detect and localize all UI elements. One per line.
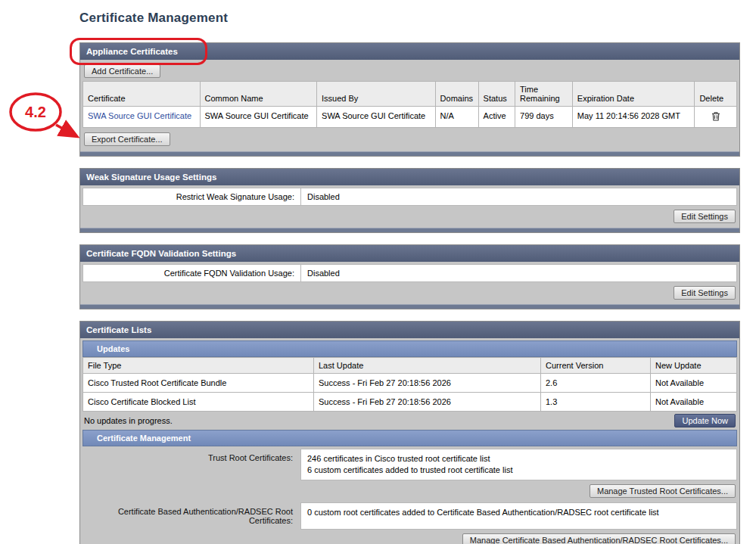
trust-root-value: 246 certificates in Cisco trusted root c… [300, 449, 737, 480]
annotation-arrow [56, 125, 76, 136]
certificate-link[interactable]: SWA Source GUI Certificate [88, 111, 191, 120]
certificate-management-page: Certificate Management Appliance Certifi… [79, 11, 740, 544]
trust-root-value-line1: 246 certificates in Cisco trusted root c… [307, 453, 730, 465]
column-header-current-version: Current Version [541, 358, 651, 374]
cell-time-remaining: 799 days [515, 107, 573, 128]
certificate-lists-header: Certificate Lists [80, 322, 739, 338]
cell-current-version: 1.3 [541, 393, 651, 412]
radsec-label: Certificate Based Authentication/RADSEC … [82, 502, 300, 530]
certificate-lists-section: Certificate Lists Updates File Type Last… [79, 321, 740, 544]
update-now-button[interactable]: Update Now [674, 414, 736, 427]
update-row: Cisco Trusted Root Certificate Bundle Su… [83, 374, 737, 393]
appliance-certificates-body: Add Certificate... Certificate Common Na… [80, 60, 739, 151]
weak-signature-setting-label: Restrict Weak Signature Usage: [83, 188, 301, 206]
edit-weak-signature-settings-button[interactable]: Edit Settings [674, 210, 736, 223]
fqdn-setting-value: Disabled [301, 265, 737, 282]
weak-signature-button-band: Edit Settings [82, 206, 737, 225]
manage-radsec-root-certificates-button[interactable]: Manage Certificate Based Authentication/… [462, 533, 736, 544]
cell-last-update: Success - Fri Feb 27 20:18:56 2026 [314, 393, 541, 412]
no-updates-status-text: No updates in progress. [84, 416, 173, 425]
cell-new-update: Not Available [651, 393, 737, 412]
weak-signature-header: Weak Signature Usage Settings [80, 169, 739, 185]
cell-file-type: Cisco Trusted Root Certificate Bundle [83, 374, 314, 393]
manage-trusted-root-certificates-button[interactable]: Manage Trusted Root Certificates... [590, 484, 736, 498]
cell-last-update: Success - Fri Feb 27 20:18:56 2026 [314, 374, 541, 393]
column-header-issued-by: Issued By [317, 82, 436, 107]
appliance-certificates-section: Appliance Certificates Add Certificate..… [79, 42, 740, 157]
edit-fqdn-settings-button[interactable]: Edit Settings [674, 286, 736, 300]
radsec-button-band: Manage Certificate Based Authentication/… [82, 530, 737, 544]
certificate-row: SWA Source GUI Certificate SWA Source GU… [83, 107, 737, 128]
column-header-common-name: Common Name [200, 82, 317, 107]
annotation-step-label: 4.2 [25, 104, 46, 120]
trust-root-value-line2: 6 custom certificates added to trusted r… [307, 465, 730, 476]
appliance-footer-toolbar: Export Certificate... [82, 128, 737, 149]
column-header-expiration-date: Expiration Date [572, 82, 695, 107]
certificate-management-subheader: Certificate Management [82, 430, 737, 446]
cell-issued-by: SWA Source GUI Certificate [317, 107, 436, 128]
cell-certificate: SWA Source GUI Certificate [83, 107, 201, 128]
trash-icon[interactable] [711, 111, 720, 123]
fqdn-button-band: Edit Settings [82, 282, 737, 302]
annotation-ellipse [11, 94, 61, 130]
certificate-lists-header-label: Certificate Lists [86, 325, 151, 334]
section-footer-bar [80, 151, 739, 156]
column-header-domains: Domains [435, 82, 478, 107]
column-header-file-type: File Type [83, 358, 314, 374]
updates-table: File Type Last Update Current Version Ne… [82, 357, 737, 412]
annotation-step: 4.2 [6, 91, 91, 157]
column-header-status: Status [478, 82, 515, 107]
cell-domains: N/A [435, 107, 478, 128]
weak-signature-table: Restrict Weak Signature Usage: Disabled [82, 188, 737, 206]
appliance-certificates-table: Certificate Common Name Issued By Domain… [82, 81, 737, 128]
column-header-certificate: Certificate [83, 82, 201, 107]
column-header-last-update: Last Update [314, 358, 541, 374]
column-header-delete: Delete [695, 82, 737, 107]
fqdn-validation-header: Certificate FQDN Validation Settings [80, 245, 739, 262]
appliance-toolbar: Add Certificate... [82, 62, 737, 81]
fqdn-validation-table: Certificate FQDN Validation Usage: Disab… [82, 264, 737, 282]
trust-root-label: Trust Root Certificates: [82, 449, 300, 480]
page-title: Certificate Management [79, 11, 740, 26]
table-header-row: Certificate Common Name Issued By Domain… [83, 82, 737, 107]
fqdn-validation-body: Certificate FQDN Validation Usage: Disab… [80, 262, 739, 304]
weak-signature-setting-value: Disabled [301, 188, 737, 206]
update-row: Cisco Certificate Blocked List Success -… [83, 393, 737, 412]
cell-new-update: Not Available [651, 374, 737, 393]
updates-status-band: No updates in progress. Update Now [82, 412, 737, 430]
cell-delete [695, 107, 737, 128]
fqdn-validation-header-label: Certificate FQDN Validation Settings [86, 249, 236, 258]
radsec-row: Certificate Based Authentication/RADSEC … [82, 502, 737, 530]
weak-signature-header-label: Weak Signature Usage Settings [86, 173, 216, 182]
cell-file-type: Cisco Certificate Blocked List [83, 393, 314, 412]
section-footer-bar [80, 228, 739, 232]
updates-subheader: Updates [82, 340, 737, 357]
weak-signature-body: Restrict Weak Signature Usage: Disabled … [80, 185, 739, 228]
cell-common-name: SWA Source GUI Certificate [200, 107, 317, 128]
add-certificate-button[interactable]: Add Certificate... [84, 64, 160, 78]
appliance-certificates-header: Appliance Certificates [80, 43, 739, 60]
fqdn-setting-label: Certificate FQDN Validation Usage: [83, 265, 301, 282]
fqdn-validation-section: Certificate FQDN Validation Settings Cer… [79, 244, 740, 309]
trust-root-button-band: Manage Trusted Root Certificates... [82, 480, 737, 500]
cell-expiration-date: May 11 20:14:56 2028 GMT [572, 107, 695, 128]
export-certificate-button[interactable]: Export Certificate... [84, 132, 170, 146]
weak-signature-section: Weak Signature Usage Settings Restrict W… [79, 168, 740, 233]
radsec-value: 0 custom root certificates added to Cert… [300, 502, 737, 530]
appliance-certificates-header-label: Appliance Certificates [86, 47, 178, 56]
section-footer-bar [80, 304, 739, 309]
certificate-lists-body: Updates File Type Last Update Current Ve… [80, 338, 739, 544]
updates-header-row: File Type Last Update Current Version Ne… [83, 358, 737, 374]
cell-status: Active [478, 107, 515, 128]
cell-current-version: 2.6 [541, 374, 651, 393]
column-header-new-update: New Update [651, 358, 737, 374]
trust-root-row: Trust Root Certificates: 246 certificate… [82, 449, 737, 480]
column-header-time-remaining: Time Remaining [515, 82, 573, 107]
